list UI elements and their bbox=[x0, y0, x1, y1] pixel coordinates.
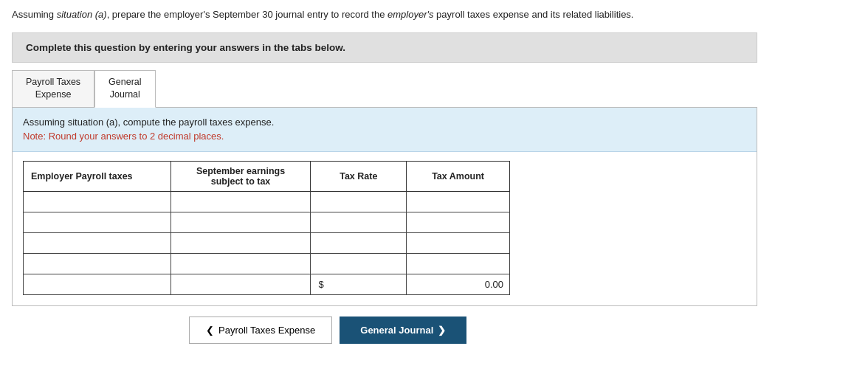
dollar-sign: $ bbox=[318, 279, 323, 290]
input-sep-2[interactable] bbox=[176, 214, 306, 231]
tab-description: Assuming situation (a), compute the payr… bbox=[13, 108, 757, 152]
cell-employer-3[interactable] bbox=[24, 232, 171, 253]
cell-employer-2[interactable] bbox=[24, 212, 171, 232]
cell-sep-1[interactable] bbox=[170, 191, 311, 212]
total-label-sep bbox=[170, 274, 311, 294]
input-employer-2[interactable] bbox=[28, 214, 166, 231]
next-button-label: General Journal bbox=[360, 325, 433, 336]
nav-buttons: ❮ Payroll Taxes Expense General Journal … bbox=[12, 317, 757, 344]
input-amount-1[interactable] bbox=[411, 193, 505, 210]
description-note: Note: Round your answers to 2 decimal pl… bbox=[23, 129, 746, 144]
cell-amount-3[interactable] bbox=[407, 232, 510, 253]
total-label-rate: $ bbox=[311, 274, 407, 294]
cell-rate-3[interactable] bbox=[311, 232, 407, 253]
cell-rate-1[interactable] bbox=[311, 191, 407, 212]
input-rate-2[interactable] bbox=[315, 214, 402, 231]
tabs-container: Payroll TaxesExpense GeneralJournal bbox=[12, 70, 757, 108]
table-row bbox=[24, 212, 510, 232]
cell-rate-4[interactable] bbox=[311, 253, 407, 274]
total-label-employer bbox=[24, 274, 171, 294]
instruction-text: Complete this question by entering your … bbox=[26, 42, 345, 53]
description-line1: Assuming situation (a), compute the payr… bbox=[23, 115, 746, 130]
input-amount-3[interactable] bbox=[411, 235, 505, 252]
col-header-sep-earnings: September earningssubject to tax bbox=[170, 161, 311, 191]
cell-amount-1[interactable] bbox=[407, 191, 510, 212]
input-rate-1[interactable] bbox=[315, 193, 402, 210]
payroll-table: Employer Payroll taxes September earning… bbox=[23, 161, 510, 295]
cell-amount-2[interactable] bbox=[407, 212, 510, 232]
total-amount: 0.00 bbox=[485, 279, 503, 290]
col-header-tax-rate: Tax Rate bbox=[311, 161, 407, 191]
cell-sep-3[interactable] bbox=[170, 232, 311, 253]
table-row bbox=[24, 191, 510, 212]
next-chevron-icon: ❯ bbox=[438, 325, 446, 336]
prev-chevron-icon: ❮ bbox=[206, 325, 214, 336]
cell-employer-4[interactable] bbox=[24, 253, 171, 274]
cell-sep-2[interactable] bbox=[170, 212, 311, 232]
prev-button[interactable]: ❮ Payroll Taxes Expense bbox=[189, 317, 332, 344]
table-wrapper: Employer Payroll taxes September earning… bbox=[13, 152, 757, 305]
col-header-employer: Employer Payroll taxes bbox=[24, 161, 171, 191]
input-amount-4[interactable] bbox=[411, 255, 505, 272]
table-row bbox=[24, 253, 510, 274]
next-button[interactable]: General Journal ❯ bbox=[340, 317, 466, 344]
input-sep-1[interactable] bbox=[176, 193, 306, 210]
tab-content: Assuming situation (a), compute the payr… bbox=[12, 108, 757, 306]
total-row: $ 0.00 bbox=[24, 274, 510, 294]
cell-amount-4[interactable] bbox=[407, 253, 510, 274]
cell-rate-2[interactable] bbox=[311, 212, 407, 232]
input-employer-3[interactable] bbox=[28, 235, 166, 252]
tab-general-journal[interactable]: GeneralJournal bbox=[94, 70, 155, 108]
input-sep-3[interactable] bbox=[176, 235, 306, 252]
input-employer-1[interactable] bbox=[28, 193, 166, 210]
input-employer-4[interactable] bbox=[28, 255, 166, 272]
cell-sep-4[interactable] bbox=[170, 253, 311, 274]
input-rate-4[interactable] bbox=[315, 255, 402, 272]
tab-payroll-taxes-expense[interactable]: Payroll TaxesExpense bbox=[12, 70, 94, 107]
instruction-banner: Complete this question by entering your … bbox=[12, 32, 757, 63]
input-sep-4[interactable] bbox=[176, 255, 306, 272]
total-value: 0.00 bbox=[407, 274, 510, 294]
input-amount-2[interactable] bbox=[411, 214, 505, 231]
input-rate-3[interactable] bbox=[315, 235, 402, 252]
cell-employer-1[interactable] bbox=[24, 191, 171, 212]
prev-button-label: Payroll Taxes Expense bbox=[218, 325, 315, 336]
table-row bbox=[24, 232, 510, 253]
col-header-tax-amount: Tax Amount bbox=[407, 161, 510, 191]
intro-paragraph: Assuming situation (a), prepare the empl… bbox=[12, 7, 735, 22]
